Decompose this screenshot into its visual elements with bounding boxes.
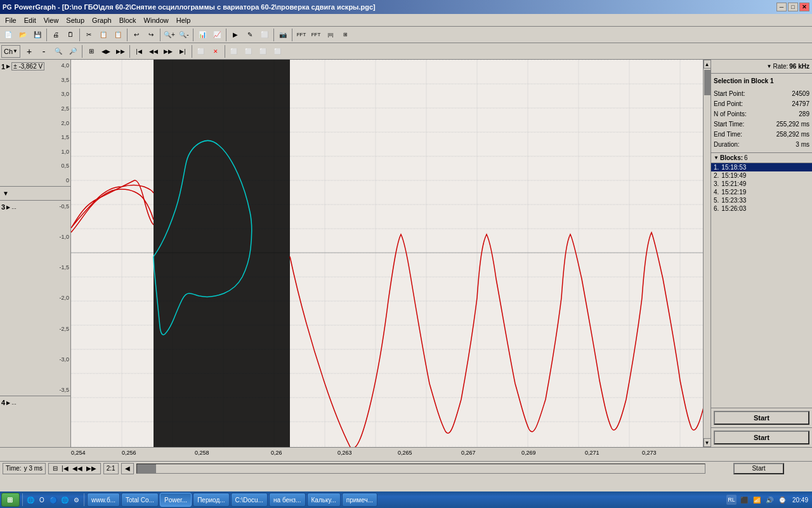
paste-button[interactable]: 📋	[111, 28, 125, 42]
hscroll-thumb[interactable]	[137, 464, 156, 473]
menu-view[interactable]: View	[40, 16, 63, 25]
vscroll-up[interactable]: ▲	[704, 60, 711, 69]
tb2-extra1[interactable]: ⬜	[227, 44, 241, 58]
start-button[interactable]: Start	[714, 411, 809, 425]
redo-button[interactable]: ↪	[144, 28, 158, 42]
tb2-extra4[interactable]: ⬜	[271, 44, 285, 58]
block-time: 15:23:33	[721, 197, 746, 204]
blocks-title: Blocks:	[720, 154, 743, 161]
open-button[interactable]: 📂	[16, 28, 30, 42]
block-item-6[interactable]: 6.15:26:03	[711, 204, 812, 213]
menu-setup[interactable]: Setup	[62, 16, 88, 25]
tb2-grid[interactable]: ⊞	[84, 44, 98, 58]
tb2-zoom-in[interactable]: 🔍	[51, 44, 65, 58]
quick-launch-1[interactable]: 🌐	[25, 495, 36, 505]
tb2-extra3[interactable]: ⬜	[256, 44, 270, 58]
new-button[interactable]: 📄	[1, 28, 15, 42]
play-button[interactable]: ▶	[228, 28, 242, 42]
nav-zoom-out[interactable]: ⊟	[51, 465, 59, 472]
tb2-prev[interactable]: ◀◀	[147, 44, 160, 58]
graph-vscroll[interactable]: ▲ ▼	[703, 60, 710, 447]
taskbar-app-8[interactable]: примеч...	[342, 493, 377, 507]
nav-scroll[interactable]: ◀	[121, 463, 134, 474]
block-item-5[interactable]: 5.15:23:33	[711, 196, 812, 204]
tb2-skip-start[interactable]: |◀	[132, 44, 146, 58]
zoom-out-button[interactable]: 🔍-	[177, 28, 191, 42]
block-item-2[interactable]: 2.15:19:49	[711, 171, 812, 180]
rate-dropdown-arrow[interactable]: ▼	[766, 64, 771, 69]
undo-button[interactable]: ↩	[129, 28, 143, 42]
taskbar-app-3[interactable]: Power...	[160, 493, 192, 507]
print-button[interactable]: 🖨	[49, 28, 63, 42]
menu-graph[interactable]: Graph	[88, 16, 115, 25]
scroll-down-btn[interactable]: ▼	[0, 187, 70, 201]
nav-step-left[interactable]: ◀◀	[71, 465, 84, 472]
menu-file[interactable]: File	[1, 16, 20, 25]
taskbar-app-2[interactable]: Total Co...	[121, 493, 159, 507]
tb2-select[interactable]: ⬜	[194, 44, 208, 58]
zoom-in-button[interactable]: 🔍+	[162, 28, 176, 42]
nav-skip-left[interactable]: |◀	[60, 465, 70, 472]
sep2	[79, 29, 80, 41]
quick-launch-3[interactable]: 🔵	[48, 495, 58, 505]
tb2-clear[interactable]: ✕	[209, 44, 223, 58]
ch-dropdown[interactable]: Ch ▼	[1, 45, 20, 58]
quick-launch-2[interactable]: O	[37, 495, 47, 505]
copy-button[interactable]: 📋	[96, 28, 110, 42]
fft2-button[interactable]: FFT	[309, 28, 323, 42]
taskbar-app-6[interactable]: на бенз...	[269, 493, 305, 507]
tb2-minus[interactable]: -	[37, 44, 51, 58]
taskbar-app-7[interactable]: Кальку...	[307, 493, 341, 507]
quick-launch-4[interactable]: 🌐	[60, 495, 70, 505]
graph-button[interactable]: 📈	[210, 28, 224, 42]
close-button[interactable]: ✕	[799, 3, 809, 11]
maximize-button[interactable]: □	[788, 3, 798, 11]
ch3-header: 3 ▶ ...	[1, 203, 16, 211]
extra-button[interactable]: ⊞	[338, 28, 352, 42]
tb2-skip-end[interactable]: ▶|	[176, 44, 190, 58]
start-button-bottom[interactable]: Start	[733, 463, 784, 474]
vscroll-down[interactable]: ▼	[704, 438, 711, 447]
block-item-3[interactable]: 3.15:21:49	[711, 180, 812, 188]
vscroll-thumb[interactable]	[704, 70, 710, 95]
n-points-value: 289	[799, 109, 809, 119]
ch4-expand[interactable]: ▶	[6, 400, 10, 406]
taskbar-app-5[interactable]: C:\Docu...	[231, 493, 268, 507]
tb2-plus[interactable]: +	[22, 44, 36, 58]
duration-row: Duration: 3 ms	[714, 140, 809, 150]
menu-window[interactable]: Window	[140, 16, 173, 25]
spectrum-button[interactable]: |II|	[324, 28, 337, 42]
nav-step-right[interactable]: ▶▶	[85, 465, 98, 472]
tb2-extra2[interactable]: ⬜	[242, 44, 256, 58]
chart-button[interactable]: 📊	[195, 28, 209, 42]
taskbar-app-1[interactable]: www.б...	[87, 493, 120, 507]
menu-help[interactable]: Help	[173, 16, 195, 25]
graph-area[interactable]: ▲ ▼	[71, 60, 710, 447]
hscroll-track[interactable]	[136, 464, 705, 474]
taskbar-app-4[interactable]: Период...	[193, 493, 229, 507]
capture-button[interactable]: 📷	[276, 28, 290, 42]
blocks-dropdown-arrow[interactable]: ▼	[714, 155, 719, 161]
start-btn-right[interactable]: Start	[714, 431, 809, 444]
block-item-4[interactable]: 4.15:22:19	[711, 188, 812, 196]
tb2-move-l[interactable]: ◀▶	[99, 44, 113, 58]
tb2-zoom-out[interactable]: 🔎	[66, 44, 80, 58]
start-menu-button[interactable]: ⊞	[1, 493, 20, 507]
quick-launch-5[interactable]: ⚙	[71, 495, 81, 505]
view-button[interactable]: 🗒	[63, 28, 77, 42]
menu-block[interactable]: Block	[115, 16, 140, 25]
ch1-expand[interactable]: ▶	[6, 64, 10, 69]
tb2-next[interactable]: ▶▶	[161, 44, 175, 58]
menu-edit[interactable]: Edit	[20, 16, 40, 25]
draw-button[interactable]: ✎	[243, 28, 257, 42]
ch3-expand[interactable]: ▶	[6, 204, 10, 210]
tb2-move-r[interactable]: ▶▶	[114, 44, 128, 58]
fft-button[interactable]: FFT	[294, 28, 308, 42]
select-button[interactable]: ⬜	[258, 28, 272, 42]
cut-button[interactable]: ✂	[82, 28, 96, 42]
save-button[interactable]: 💾	[30, 28, 44, 42]
minimize-button[interactable]: ─	[776, 3, 787, 11]
selection-title: Selection in Block 1	[714, 76, 809, 86]
block-item-1[interactable]: 1.15:18:53	[711, 163, 812, 171]
tray-icon-1: ⬛	[739, 495, 749, 505]
